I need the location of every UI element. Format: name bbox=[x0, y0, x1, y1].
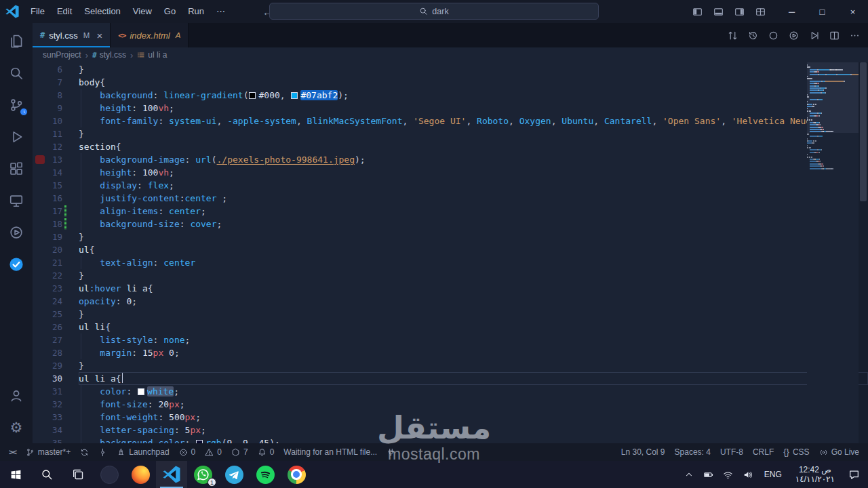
chevron-up-icon[interactable] bbox=[679, 470, 698, 479]
menu-item-run[interactable]: Run bbox=[182, 0, 210, 23]
tab-styl.css[interactable]: #styl.cssM× bbox=[33, 23, 111, 47]
code-line[interactable]: 12section{ bbox=[33, 140, 868, 153]
code-line[interactable]: 32 font-size: 20px; bbox=[33, 398, 868, 411]
sidebar-item-account[interactable] bbox=[0, 380, 33, 411]
status-language-mode[interactable]: {}CSS bbox=[778, 443, 814, 461]
history-icon[interactable] bbox=[748, 30, 758, 41]
sidebar-item-extensions[interactable] bbox=[0, 152, 33, 184]
line-number[interactable]: 22 bbox=[33, 269, 79, 282]
layout-sidebar-right-icon[interactable] bbox=[734, 7, 745, 17]
breadcrumb-item[interactable]: sunProject bbox=[43, 50, 81, 60]
code-line[interactable]: 17 align-items: center; bbox=[33, 205, 868, 218]
code-line[interactable]: 14 height: 100vh; bbox=[33, 166, 868, 179]
code-line[interactable]: 33 font-weight: 500px; bbox=[33, 411, 868, 424]
line-number[interactable]: 17 bbox=[33, 205, 79, 218]
sidebar-item-search[interactable] bbox=[0, 57, 33, 89]
taskbar-telegram[interactable] bbox=[218, 461, 250, 488]
code-line[interactable]: 19} bbox=[33, 230, 868, 243]
menu-item-selection[interactable]: Selection bbox=[78, 0, 126, 23]
line-number[interactable]: 6 bbox=[33, 63, 79, 76]
status-indentation[interactable]: Spaces: 4 bbox=[670, 443, 715, 461]
code-line[interactable]: 28 margin: 15px 0; bbox=[33, 346, 868, 359]
code-line[interactable]: 6} bbox=[33, 63, 868, 76]
sidebar-item-live-preview[interactable] bbox=[0, 216, 33, 248]
taskbar-spotify[interactable] bbox=[250, 461, 281, 488]
status-sync[interactable] bbox=[75, 443, 94, 461]
layout-panel-icon[interactable] bbox=[713, 7, 724, 17]
code-line[interactable]: 20ul{ bbox=[33, 243, 868, 256]
layout-sidebar-icon[interactable] bbox=[692, 7, 703, 17]
line-number[interactable]: 14 bbox=[33, 166, 79, 179]
status-go-live[interactable]: Go Live bbox=[814, 443, 864, 461]
code-line[interactable]: 9 height: 100vh; bbox=[33, 102, 868, 115]
menu-overflow[interactable]: ⋯ bbox=[210, 0, 231, 23]
line-number[interactable]: 31 bbox=[33, 385, 79, 398]
breadcrumb-item[interactable]: ul li a bbox=[137, 50, 167, 60]
menu-item-go[interactable]: Go bbox=[158, 0, 182, 23]
code-line[interactable]: 22} bbox=[33, 269, 868, 282]
code-line[interactable]: 7body{ bbox=[33, 76, 868, 89]
compare-icon[interactable] bbox=[728, 30, 738, 41]
line-number[interactable]: 27 bbox=[33, 333, 79, 346]
line-number[interactable]: 33 bbox=[33, 411, 79, 424]
code-line[interactable]: 15 display: flex; bbox=[33, 179, 868, 192]
code-line[interactable]: 23ul:hover li a{ bbox=[33, 282, 868, 295]
code-line[interactable]: 24opacity: 0; bbox=[33, 295, 868, 308]
line-number[interactable]: 8 bbox=[33, 89, 79, 102]
sidebar-item-remote-explorer[interactable] bbox=[0, 184, 33, 216]
line-number[interactable]: 35 bbox=[33, 436, 79, 443]
code-line[interactable]: 18 background-size: cover; bbox=[33, 218, 868, 230]
tab-index.html[interactable]: <>index.htmlA bbox=[111, 23, 189, 47]
code-line[interactable]: 21 text-align: center bbox=[33, 256, 868, 269]
code-line[interactable]: 16 justify-content:center ; bbox=[33, 192, 868, 205]
scrollbar-slider[interactable] bbox=[860, 62, 867, 201]
status-warnings[interactable]: 0 bbox=[200, 443, 226, 461]
split-editor-icon[interactable] bbox=[829, 30, 840, 41]
language-indicator[interactable]: ENG bbox=[757, 470, 789, 479]
close-button[interactable]: × bbox=[837, 0, 868, 23]
play-circle-icon[interactable] bbox=[789, 30, 799, 41]
status-plug[interactable] bbox=[382, 443, 400, 461]
menu-item-file[interactable]: File bbox=[24, 0, 51, 23]
status-cursor-position[interactable]: Ln 30, Col 9 bbox=[616, 443, 670, 461]
code-line[interactable]: 25} bbox=[33, 308, 868, 321]
sidebar-item-source-control[interactable] bbox=[0, 89, 33, 121]
taskbar-app-dark[interactable] bbox=[94, 461, 125, 488]
editor[interactable]: 6}7body{8 background: linear-gradient(#0… bbox=[33, 62, 868, 443]
vertical-scrollbar[interactable] bbox=[859, 62, 868, 443]
status-notifications[interactable]: 0 bbox=[253, 443, 279, 461]
line-number[interactable]: 23 bbox=[33, 282, 79, 295]
taskbar-firefox[interactable] bbox=[125, 461, 156, 488]
line-number[interactable]: 10 bbox=[33, 115, 79, 127]
code-line[interactable]: 8 background: linear-gradient(#000, #07a… bbox=[33, 89, 868, 102]
line-number[interactable]: 20 bbox=[33, 243, 79, 256]
line-number[interactable]: 28 bbox=[33, 346, 79, 359]
line-number[interactable]: 9 bbox=[33, 102, 79, 115]
line-number[interactable]: 25 bbox=[33, 308, 79, 321]
line-number[interactable]: 11 bbox=[33, 127, 79, 140]
code-line[interactable]: 30ul li a{ bbox=[33, 372, 868, 385]
code-line[interactable]: 26ul li{ bbox=[33, 321, 868, 333]
status-remote-indicator[interactable]: >< bbox=[4, 443, 21, 461]
status-git-branch[interactable]: master*+ bbox=[21, 443, 75, 461]
code-line[interactable]: 31 color: white; bbox=[33, 385, 868, 398]
more-icon[interactable] bbox=[850, 30, 860, 41]
code-line[interactable]: 10 font-family: system-ui, -apple-system… bbox=[33, 115, 868, 127]
taskbar-taskbar-search[interactable] bbox=[31, 461, 62, 488]
speaker-icon[interactable] bbox=[738, 470, 757, 480]
wifi-icon[interactable] bbox=[718, 470, 738, 480]
code-line[interactable]: 35 background-color: rgb(9, 9, 45); bbox=[33, 436, 868, 443]
clock[interactable]: 12:42 ص ١٤/١١/٢٠٢١ bbox=[789, 465, 842, 484]
line-number[interactable]: 30 bbox=[33, 372, 79, 385]
line-number[interactable]: 15 bbox=[33, 179, 79, 192]
line-number[interactable]: 13 bbox=[33, 153, 79, 166]
code-line[interactable]: 13 background-image: url(./pexels-photo-… bbox=[33, 153, 868, 166]
code-line[interactable]: 27 list-style: none; bbox=[33, 333, 868, 346]
sidebar-item-explorer[interactable] bbox=[0, 25, 33, 57]
status-commits[interactable] bbox=[94, 443, 112, 461]
line-number[interactable]: 18 bbox=[33, 218, 79, 230]
code-line[interactable]: 34 letter-spacing: 5px; bbox=[33, 424, 868, 436]
status-eol[interactable]: CRLF bbox=[748, 443, 778, 461]
status-ports[interactable]: 7 bbox=[226, 443, 253, 461]
sidebar-item-run-debug[interactable] bbox=[0, 121, 33, 152]
